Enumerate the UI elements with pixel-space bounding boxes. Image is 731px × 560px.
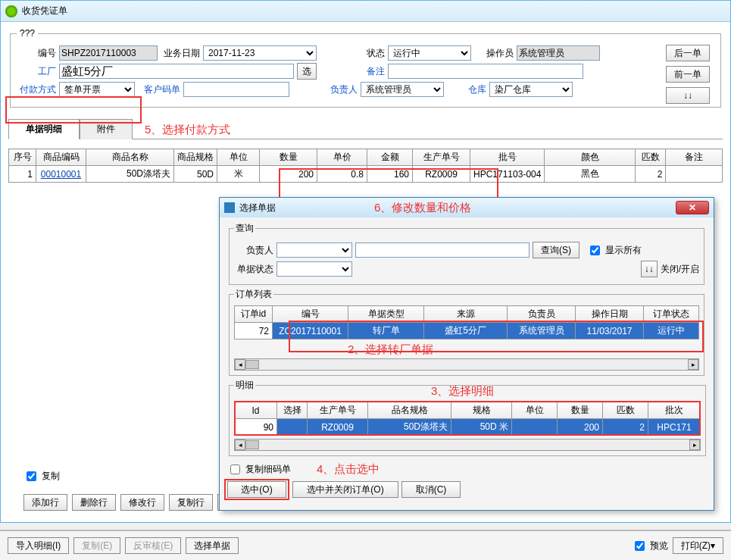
factory-label: 工厂 bbox=[17, 65, 56, 78]
operator-field bbox=[517, 45, 600, 61]
dlg-status-select[interactable] bbox=[276, 261, 352, 277]
tabs: 单据明细 附件 bbox=[8, 118, 723, 139]
preview-checkbox[interactable]: 预览 bbox=[632, 539, 668, 553]
dlg-cancel-button[interactable]: 取消(C) bbox=[401, 481, 461, 498]
status-label: 状态 bbox=[345, 47, 385, 60]
detail-list-grid: Id 选择 生产单号 品名规格 规格 单位 数量 匹数 批次 90 RZ0009… bbox=[234, 402, 701, 436]
order-list-grid: 订单id 编号 单据类型 来源 负责员 操作日期 订单状态 72 ZC20171… bbox=[234, 305, 699, 339]
custcode-field[interactable] bbox=[183, 82, 289, 97]
next-doc-button[interactable]: 后一单 bbox=[666, 45, 710, 61]
detail-hscroll[interactable]: ◂▸ bbox=[234, 439, 701, 451]
query-panel: 查询 负责人 查询(S) 显示所有 单据状态 ↓↓ 关闭/开启 bbox=[229, 222, 704, 285]
dlg-search-field[interactable] bbox=[355, 242, 530, 258]
bizdate-label: 业务日期 bbox=[161, 47, 200, 60]
anno-3: 3、选择明细 bbox=[431, 384, 731, 399]
app-icon bbox=[5, 5, 17, 17]
detail-grid: 序号 商品编码 商品名称 商品规格 单位 数量 单价 金额 生产单号 批号 颜色… bbox=[8, 149, 723, 183]
dlg-ok-button[interactable]: 选中(O) bbox=[227, 481, 286, 498]
window-titlebar: 收货凭证单 bbox=[1, 1, 730, 22]
bizdate-select[interactable]: 2017-11-23 bbox=[203, 45, 317, 61]
toggle-link[interactable]: 关闭/开启 bbox=[661, 263, 699, 276]
status-select[interactable]: 运行中 bbox=[388, 45, 471, 61]
dialog-titlebar[interactable]: 选择单据 6、修改数量和价格 ✕ bbox=[220, 198, 714, 217]
product-code-link[interactable]: 00010001 bbox=[36, 166, 86, 183]
paytype-select[interactable]: 签单开票 bbox=[59, 82, 135, 97]
sort-button[interactable]: ↓↓ bbox=[666, 87, 710, 104]
copy-checkbox[interactable]: 复制 bbox=[23, 469, 60, 483]
remark-field[interactable] bbox=[388, 64, 583, 79]
tab-attach[interactable]: 附件 bbox=[80, 119, 133, 139]
copyrow-button[interactable]: 复制行 bbox=[169, 494, 213, 511]
order-hscroll[interactable]: ◂▸ bbox=[234, 358, 699, 371]
wh-label: 仓库 bbox=[447, 83, 486, 96]
print-button[interactable]: 打印(Z) ▾ bbox=[673, 537, 723, 554]
dialog-title: 选择单据 bbox=[239, 202, 276, 214]
dlg-okclose-button[interactable]: 选中并关闭订单(O) bbox=[292, 481, 398, 498]
grid-header: 序号 商品编码 商品名称 商品规格 单位 数量 单价 金额 生产单号 批号 颜色… bbox=[9, 149, 723, 166]
dialog-icon bbox=[224, 202, 235, 213]
addrow-button[interactable]: 添加行 bbox=[23, 494, 67, 511]
select-doc-dialog: 选择单据 6、修改数量和价格 ✕ 查询 负责人 查询(S) 显示所有 单据状态 … bbox=[219, 197, 714, 511]
custcode-label: 客户码单 bbox=[138, 83, 180, 96]
docno-field bbox=[59, 45, 158, 61]
header-legend: ??? bbox=[17, 28, 38, 39]
tab-detail[interactable]: 单据明细 bbox=[8, 119, 80, 139]
paytype-label: 付款方式 bbox=[17, 83, 56, 96]
copy-button[interactable]: 复制(E) bbox=[73, 537, 120, 554]
dlg-owner-select[interactable] bbox=[276, 242, 352, 258]
dlg-sort-button[interactable]: ↓↓ bbox=[641, 261, 658, 277]
owner-label: 负责人 bbox=[318, 83, 358, 96]
dlg-search-button[interactable]: 查询(S) bbox=[533, 242, 579, 258]
anno-4: 4、点击选中 bbox=[317, 462, 380, 477]
remark-label: 备注 bbox=[345, 65, 385, 78]
delrow-button[interactable]: 删除行 bbox=[72, 494, 116, 511]
factory-field[interactable] bbox=[59, 64, 294, 79]
anno-2: 2、选择转厂单据 bbox=[348, 343, 731, 357]
owner-select[interactable]: 系统管理员 bbox=[361, 82, 444, 97]
detail-row-selected[interactable]: 90 RZ0009 50D涤塔夫 50D 米 200 2 HPC171 bbox=[235, 419, 701, 436]
prev-doc-button[interactable]: 前一单 bbox=[666, 66, 710, 83]
order-row-selected[interactable]: 72 ZC2017110001 转厂单 盛虹5分厂 系统管理员 11/03/20… bbox=[235, 323, 699, 339]
dialog-close-button[interactable]: ✕ bbox=[676, 201, 709, 214]
operator-label: 操作员 bbox=[474, 47, 514, 60]
docno-label: 编号 bbox=[17, 47, 56, 60]
header-panel: ??? 后一单 前一单 ↓↓ 编号 业务日期 2017-11-23 状态 运行中… bbox=[10, 28, 721, 108]
factory-pick-button[interactable]: 选 bbox=[297, 63, 317, 80]
order-list-panel: 订单列表 订单id 编号 单据类型 来源 负责员 操作日期 订单状态 72 ZC… bbox=[229, 288, 704, 376]
copycode-checkbox[interactable]: 复制细码单 bbox=[227, 462, 291, 477]
unaudit-button[interactable]: 反审核(E) bbox=[125, 537, 181, 554]
footer-bar: 导入明细(I) 复制(E) 反审核(E) 选择单据 预览 打印(Z) ▾ bbox=[0, 530, 731, 560]
showall-checkbox[interactable]: 显示所有 bbox=[587, 243, 642, 258]
detail-list-panel: 明细 3、选择明细 Id 选择 生产单号 品名规格 规格 单位 数量 匹数 批次… bbox=[229, 379, 706, 456]
grid-row[interactable]: 1 00010001 50D涤塔夫 50D 米 200 0.8 160 RZ00… bbox=[9, 166, 723, 183]
select-doc-button[interactable]: 选择单据 bbox=[186, 537, 239, 554]
window-title: 收货凭证单 bbox=[22, 5, 67, 17]
import-detail-button[interactable]: 导入明细(I) bbox=[8, 537, 69, 554]
editrow-button[interactable]: 修改行 bbox=[120, 494, 164, 511]
anno-6: 6、修改数量和价格 bbox=[374, 201, 471, 215]
warehouse-select[interactable]: 染厂仓库 bbox=[489, 82, 573, 97]
